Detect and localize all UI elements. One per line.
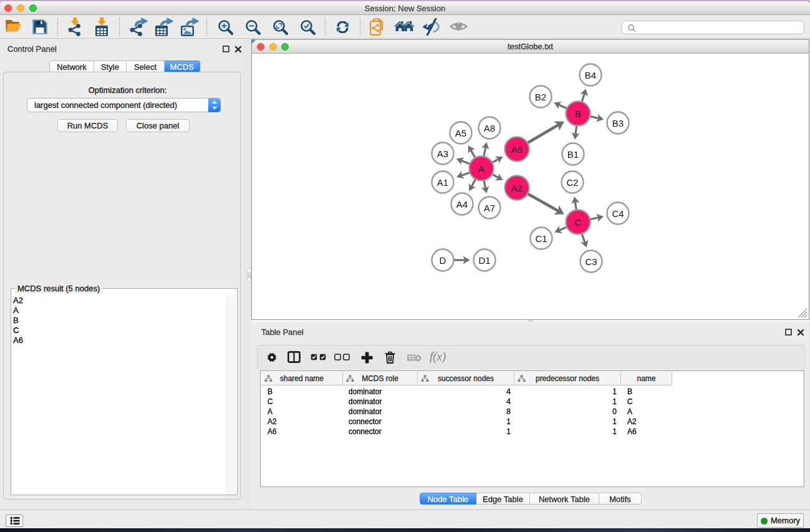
svg-text:A8: A8 (484, 123, 495, 133)
svg-text:B1: B1 (567, 149, 579, 160)
svg-text:C1: C1 (535, 233, 547, 244)
svg-text:A2: A2 (511, 183, 523, 193)
svg-text:A3: A3 (437, 148, 448, 159)
svg-text:B4: B4 (585, 70, 596, 80)
svg-text:C2: C2 (566, 177, 578, 188)
svg-text:A: A (478, 163, 485, 174)
svg-text:D1: D1 (478, 255, 490, 266)
svg-text:A5: A5 (455, 128, 466, 138)
svg-text:B: B (575, 109, 581, 119)
svg-text:B3: B3 (612, 118, 624, 128)
svg-text:C: C (575, 217, 582, 228)
svg-text:A7: A7 (484, 203, 495, 213)
svg-text:C4: C4 (612, 208, 624, 219)
svg-text:A1: A1 (437, 177, 448, 188)
svg-text:A4: A4 (456, 199, 468, 210)
svg-text:A6: A6 (511, 144, 523, 155)
svg-text:C3: C3 (585, 256, 597, 267)
svg-text:B2: B2 (535, 92, 546, 102)
svg-text:D: D (440, 255, 446, 266)
